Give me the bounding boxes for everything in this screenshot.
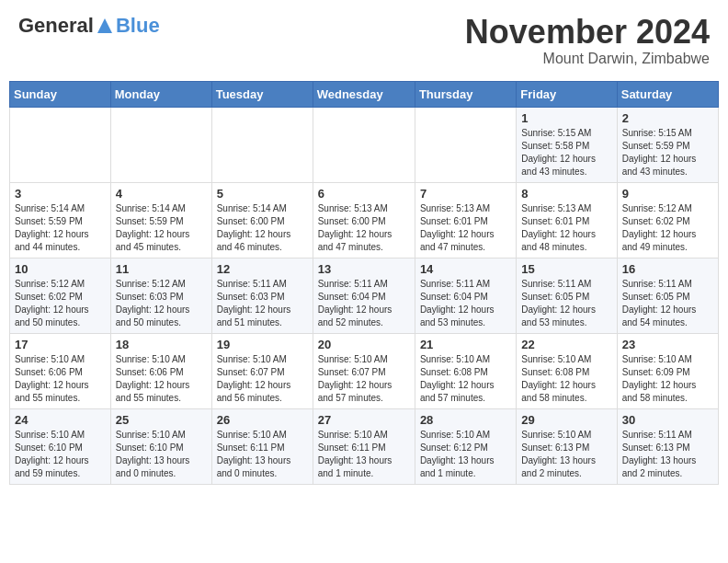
calendar-cell: 13Sunrise: 5:11 AM Sunset: 6:04 PM Dayli… [313, 258, 415, 333]
day-info: Sunrise: 5:13 AM Sunset: 6:00 PM Dayligh… [318, 202, 410, 254]
calendar-cell: 14Sunrise: 5:11 AM Sunset: 6:04 PM Dayli… [415, 258, 516, 333]
day-info: Sunrise: 5:10 AM Sunset: 6:08 PM Dayligh… [521, 353, 611, 405]
day-info: Sunrise: 5:10 AM Sunset: 6:10 PM Dayligh… [15, 429, 106, 480]
day-number: 23 [622, 338, 713, 351]
day-number: 1 [521, 111, 611, 125]
weekday-header-tuesday: Tuesday [211, 81, 313, 107]
calendar-cell: 10Sunrise: 5:12 AM Sunset: 6:02 PM Dayli… [10, 258, 111, 333]
calendar-cell [415, 107, 516, 182]
day-number: 6 [318, 187, 410, 201]
week-row-3: 10Sunrise: 5:12 AM Sunset: 6:02 PM Dayli… [10, 258, 719, 333]
day-number: 17 [15, 338, 106, 351]
logo: General Blue [18, 14, 160, 38]
logo-general-text: General [18, 14, 94, 38]
calendar-cell: 19Sunrise: 5:10 AM Sunset: 6:07 PM Dayli… [211, 333, 313, 408]
day-info: Sunrise: 5:10 AM Sunset: 6:13 PM Dayligh… [521, 429, 611, 480]
day-info: Sunrise: 5:13 AM Sunset: 6:01 PM Dayligh… [521, 202, 611, 254]
day-info: Sunrise: 5:10 AM Sunset: 6:06 PM Dayligh… [15, 353, 106, 405]
calendar-cell: 16Sunrise: 5:11 AM Sunset: 6:05 PM Dayli… [617, 258, 718, 333]
day-number: 15 [521, 262, 611, 276]
day-info: Sunrise: 5:10 AM Sunset: 6:09 PM Dayligh… [622, 353, 713, 405]
weekday-header-wednesday: Wednesday [313, 81, 415, 107]
day-info: Sunrise: 5:14 AM Sunset: 5:59 PM Dayligh… [116, 202, 207, 254]
calendar-cell: 8Sunrise: 5:13 AM Sunset: 6:01 PM Daylig… [517, 182, 617, 258]
day-info: Sunrise: 5:10 AM Sunset: 6:11 PM Dayligh… [217, 429, 308, 480]
day-info: Sunrise: 5:15 AM Sunset: 5:58 PM Dayligh… [521, 127, 611, 178]
day-number: 16 [622, 262, 713, 276]
day-info: Sunrise: 5:11 AM Sunset: 6:03 PM Dayligh… [217, 278, 308, 329]
day-info: Sunrise: 5:12 AM Sunset: 6:02 PM Dayligh… [15, 278, 106, 329]
calendar-cell: 26Sunrise: 5:10 AM Sunset: 6:11 PM Dayli… [211, 408, 313, 484]
day-number: 8 [521, 187, 611, 201]
day-info: Sunrise: 5:14 AM Sunset: 6:00 PM Dayligh… [217, 202, 308, 254]
day-number: 29 [521, 413, 611, 427]
day-info: Sunrise: 5:13 AM Sunset: 6:01 PM Dayligh… [420, 202, 511, 254]
calendar-cell: 18Sunrise: 5:10 AM Sunset: 6:06 PM Dayli… [110, 333, 211, 408]
day-number: 2 [622, 111, 713, 125]
calendar-cell: 9Sunrise: 5:12 AM Sunset: 6:02 PM Daylig… [617, 182, 718, 258]
day-number: 5 [217, 187, 308, 201]
day-info: Sunrise: 5:12 AM Sunset: 6:02 PM Dayligh… [622, 202, 713, 254]
calendar-cell: 29Sunrise: 5:10 AM Sunset: 6:13 PM Dayli… [517, 408, 617, 484]
calendar-cell [313, 107, 415, 182]
day-number: 25 [116, 413, 207, 427]
calendar-cell: 1Sunrise: 5:15 AM Sunset: 5:58 PM Daylig… [517, 107, 617, 182]
calendar-cell: 3Sunrise: 5:14 AM Sunset: 5:59 PM Daylig… [10, 182, 111, 258]
day-info: Sunrise: 5:10 AM Sunset: 6:08 PM Dayligh… [420, 353, 511, 405]
week-row-4: 17Sunrise: 5:10 AM Sunset: 6:06 PM Dayli… [10, 333, 719, 408]
calendar-cell [211, 107, 313, 182]
day-number: 3 [15, 187, 106, 201]
day-info: Sunrise: 5:10 AM Sunset: 6:10 PM Dayligh… [116, 429, 207, 480]
day-info: Sunrise: 5:11 AM Sunset: 6:04 PM Dayligh… [318, 278, 410, 329]
day-number: 11 [116, 262, 207, 276]
calendar-cell: 17Sunrise: 5:10 AM Sunset: 6:06 PM Dayli… [10, 333, 111, 408]
calendar-cell: 25Sunrise: 5:10 AM Sunset: 6:10 PM Dayli… [110, 408, 211, 484]
day-number: 21 [420, 338, 511, 351]
day-number: 14 [420, 262, 511, 276]
day-number: 24 [15, 413, 106, 427]
day-info: Sunrise: 5:10 AM Sunset: 6:06 PM Dayligh… [116, 353, 207, 405]
day-number: 20 [318, 338, 410, 351]
calendar-cell: 20Sunrise: 5:10 AM Sunset: 6:07 PM Dayli… [313, 333, 415, 408]
week-row-1: 1Sunrise: 5:15 AM Sunset: 5:58 PM Daylig… [10, 107, 719, 182]
day-number: 7 [420, 187, 511, 201]
day-info: Sunrise: 5:11 AM Sunset: 6:05 PM Dayligh… [622, 278, 713, 329]
day-number: 12 [217, 262, 308, 276]
day-number: 9 [622, 187, 713, 201]
day-info: Sunrise: 5:10 AM Sunset: 6:07 PM Dayligh… [318, 353, 410, 405]
day-info: Sunrise: 5:10 AM Sunset: 6:11 PM Dayligh… [318, 429, 410, 480]
weekday-header-row: SundayMondayTuesdayWednesdayThursdayFrid… [10, 81, 719, 107]
day-number: 26 [217, 413, 308, 427]
day-info: Sunrise: 5:15 AM Sunset: 5:59 PM Dayligh… [622, 127, 713, 178]
svg-marker-0 [97, 18, 112, 33]
weekday-header-friday: Friday [517, 81, 617, 107]
location-title: Mount Darwin, Zimbabwe [465, 51, 710, 67]
weekday-header-monday: Monday [110, 81, 211, 107]
day-number: 30 [622, 413, 713, 427]
calendar-cell: 6Sunrise: 5:13 AM Sunset: 6:00 PM Daylig… [313, 182, 415, 258]
week-row-5: 24Sunrise: 5:10 AM Sunset: 6:10 PM Dayli… [10, 408, 719, 484]
day-number: 22 [521, 338, 611, 351]
day-number: 13 [318, 262, 410, 276]
calendar-cell: 21Sunrise: 5:10 AM Sunset: 6:08 PM Dayli… [415, 333, 516, 408]
calendar-cell: 12Sunrise: 5:11 AM Sunset: 6:03 PM Dayli… [211, 258, 313, 333]
day-info: Sunrise: 5:11 AM Sunset: 6:05 PM Dayligh… [521, 278, 611, 329]
day-number: 28 [420, 413, 511, 427]
day-number: 27 [318, 413, 410, 427]
month-title: November 2024 [465, 14, 710, 51]
calendar-cell: 2Sunrise: 5:15 AM Sunset: 5:59 PM Daylig… [617, 107, 718, 182]
title-block: November 2024 Mount Darwin, Zimbabwe [465, 14, 710, 67]
day-number: 18 [116, 338, 207, 351]
week-row-2: 3Sunrise: 5:14 AM Sunset: 5:59 PM Daylig… [10, 182, 719, 258]
calendar-cell [10, 107, 111, 182]
day-number: 19 [217, 338, 308, 351]
weekday-header-saturday: Saturday [617, 81, 718, 107]
logo-icon [96, 17, 114, 35]
day-info: Sunrise: 5:10 AM Sunset: 6:12 PM Dayligh… [420, 429, 511, 480]
calendar-cell: 28Sunrise: 5:10 AM Sunset: 6:12 PM Dayli… [415, 408, 516, 484]
calendar-cell: 27Sunrise: 5:10 AM Sunset: 6:11 PM Dayli… [313, 408, 415, 484]
calendar: SundayMondayTuesdayWednesdayThursdayFrid… [9, 81, 719, 485]
calendar-cell: 11Sunrise: 5:12 AM Sunset: 6:03 PM Dayli… [110, 258, 211, 333]
day-info: Sunrise: 5:11 AM Sunset: 6:04 PM Dayligh… [420, 278, 511, 329]
calendar-cell: 23Sunrise: 5:10 AM Sunset: 6:09 PM Dayli… [617, 333, 718, 408]
